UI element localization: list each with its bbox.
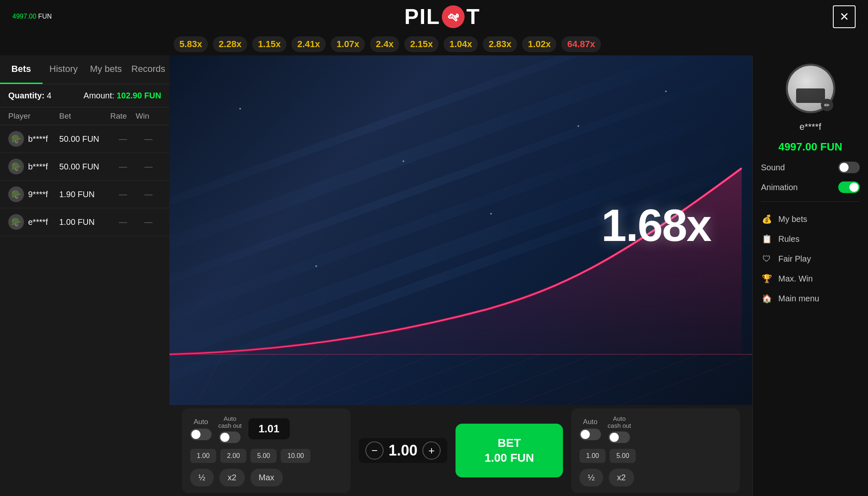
auto-toggle-group-1: Auto <box>190 418 212 440</box>
avatar: 🪖 <box>8 214 24 230</box>
amount-label: Amount: <box>83 91 114 100</box>
menu-item-my-bets[interactable]: 💰 My bets <box>761 210 860 228</box>
half-btn-1[interactable]: ½ <box>190 469 214 486</box>
bets-table-header: PlayerBetRateWin <box>0 107 169 125</box>
bet-button[interactable]: BET 1.00 FUN <box>455 424 563 477</box>
quantity-label: Quantity: 4 <box>8 91 51 100</box>
multiplier-input-1[interactable] <box>248 418 290 439</box>
double-btn-2[interactable]: x2 <box>609 469 634 486</box>
menu-item-label: Main menu <box>778 294 819 303</box>
bet-amount-cell: 50.00 FUN <box>59 162 110 172</box>
menu-item-max--win[interactable]: 🏆 Max. Win <box>761 269 860 288</box>
quick-val-1-00[interactable]: 1.00 <box>190 449 216 463</box>
bet-amount-cell: 1.00 FUN <box>59 217 110 227</box>
username: e****f <box>799 122 821 132</box>
auto-toggle-1[interactable] <box>190 429 212 440</box>
svg-line-16 <box>567 354 699 405</box>
game-multiplier: 1.68x <box>601 199 711 251</box>
sound-label: Sound <box>761 163 785 172</box>
menu-item-label: Max. Win <box>778 274 813 284</box>
mult-chip: 2.28x <box>213 36 247 52</box>
menu-icon: 📋 <box>761 233 773 245</box>
double-btn-1[interactable]: x2 <box>219 469 245 486</box>
bet-amount-cell: 1.90 FUN <box>59 190 110 199</box>
quick-vals-2: 1.00 5.00 <box>579 449 732 463</box>
menu-icon: 🏠 <box>761 293 773 304</box>
col-header-rate: Rate <box>110 112 136 121</box>
auto-toggle-2[interactable] <box>579 429 601 440</box>
edit-avatar-button[interactable]: ✏ <box>821 99 833 111</box>
bet-row: 🪖 9****f 1.90 FUN — — <box>0 181 169 208</box>
auto-toggle-group-2: Auto <box>579 418 601 440</box>
avatar: 🪖 <box>8 159 24 174</box>
user-balance: 4997.00 FUN <box>778 141 842 153</box>
mult-chip: 2.83x <box>483 36 517 52</box>
bet-panel-2: Auto Autocash out 1.00 5.00 ½ x2 <box>571 408 740 493</box>
logo-text-1: PIL <box>404 4 440 29</box>
bet-panel-2-top: Auto Autocash out <box>579 415 732 443</box>
svg-line-15 <box>514 354 646 405</box>
svg-line-11 <box>302 354 434 405</box>
rate-cell: — <box>110 162 136 172</box>
increase-bet-btn[interactable]: + <box>422 441 441 460</box>
menu-item-label: Rules <box>778 234 799 244</box>
right-panel: ✏ e****f 4997.00 FUN Sound Animation 💰 M… <box>752 55 868 496</box>
svg-line-10 <box>275 354 381 405</box>
tab-records[interactable]: Records <box>127 55 170 84</box>
svg-line-12 <box>355 354 487 405</box>
logo-icon: 🛩 <box>442 5 465 28</box>
mult-chip: 64.87x <box>561 36 601 52</box>
header: 4997.00 FUN PIL 🛩 T ✕ <box>0 0 868 33</box>
half-btn-2[interactable]: ½ <box>579 469 603 486</box>
animation-toggle[interactable] <box>838 181 860 193</box>
bet-amount-section: − 1.00 + <box>359 438 447 463</box>
cashout-toggle-group-1: Autocash out <box>218 415 242 443</box>
bet-amount-value: 1.00 <box>389 442 417 459</box>
col-header-bet: Bet <box>59 112 110 121</box>
quick-val-10-00[interactable]: 10.00 <box>281 449 310 463</box>
quick-vals-1: 1.00 2.00 5.00 10.00 <box>190 449 342 463</box>
bet-row: 🪖 b****f 50.00 FUN — — <box>0 125 169 153</box>
tab-bets[interactable]: Bets <box>0 55 43 84</box>
win-cell: — <box>136 134 161 144</box>
win-cell: — <box>136 217 161 227</box>
cashout-toggle-2[interactable] <box>608 432 630 443</box>
animation-label: Animation <box>761 183 798 192</box>
menu-item-main-menu[interactable]: 🏠 Main menu <box>761 289 860 308</box>
close-button[interactable]: ✕ <box>833 5 856 28</box>
svg-line-14 <box>461 354 593 405</box>
max-btn-1[interactable]: Max <box>250 469 283 486</box>
decrease-bet-btn[interactable]: − <box>365 441 384 460</box>
menu-item-fair-play[interactable]: 🛡 Fair Play <box>761 250 860 268</box>
tab-history[interactable]: History <box>43 55 85 84</box>
player-name: 9****f <box>28 190 48 199</box>
avatar: 🪖 <box>8 186 24 202</box>
player-name: b****f <box>28 162 48 172</box>
menu-item-label: Fair Play <box>778 254 811 264</box>
mult-chip: 1.02x <box>522 36 556 52</box>
sound-toggle[interactable] <box>838 162 860 173</box>
menu-item-rules[interactable]: 📋 Rules <box>761 230 860 248</box>
win-cell: — <box>136 162 161 172</box>
logo: PIL 🛩 T <box>404 4 480 29</box>
rate-cell: — <box>110 217 136 227</box>
bottom-controls: Auto Autocash out 1.00 2.00 5.00 10.00 <box>169 405 752 496</box>
auto-label-2: Auto <box>583 418 598 426</box>
bet-panel-1: Auto Autocash out 1.00 2.00 5.00 10.00 <box>182 408 351 493</box>
cashout-toggle-1[interactable] <box>219 432 241 443</box>
tabs: BetsHistoryMy betsRecords <box>0 55 169 84</box>
bet-button-label: BET <box>498 436 521 451</box>
cashout-toggle-group-2: Autocash out <box>608 415 631 443</box>
quick-val-2-00[interactable]: 2.00 <box>220 449 246 463</box>
sound-settings-row: Sound <box>761 162 860 173</box>
tab-my-bets[interactable]: My bets <box>85 55 127 84</box>
game-canvas: 1.68x <box>169 55 752 405</box>
svg-line-9 <box>249 354 328 405</box>
left-panel: BetsHistoryMy betsRecords Quantity: 4 Am… <box>0 55 169 496</box>
mult-chip: 2.15x <box>404 36 439 52</box>
quick-val-5-00[interactable]: 5.00 <box>250 449 277 463</box>
col-header-win: Win <box>136 112 161 121</box>
quick-val-2-1-00[interactable]: 1.00 <box>579 449 606 463</box>
mult-chip: 1.07x <box>331 36 365 52</box>
quick-val-2-5-00[interactable]: 5.00 <box>610 449 636 463</box>
